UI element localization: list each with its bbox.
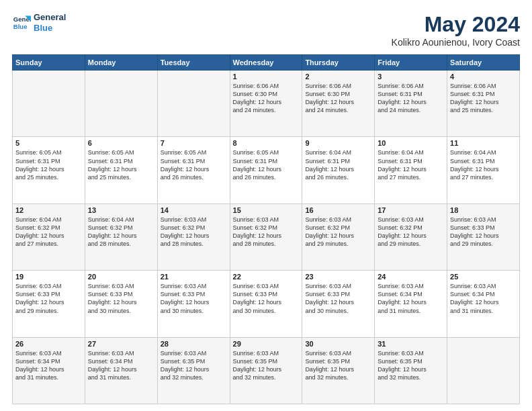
- cell-info: Sunrise: 6:03 AM Sunset: 6:33 PM Dayligh…: [161, 282, 227, 315]
- day-number: 10: [378, 139, 444, 147]
- calendar-cell: 15Sunrise: 6:03 AM Sunset: 6:32 PM Dayli…: [230, 203, 302, 270]
- svg-text:Blue: Blue: [13, 22, 28, 30]
- cell-info: Sunrise: 6:03 AM Sunset: 6:33 PM Dayligh…: [88, 282, 154, 315]
- cell-info: Sunrise: 6:03 AM Sunset: 6:34 PM Dayligh…: [450, 282, 517, 315]
- calendar-cell: [157, 71, 230, 137]
- day-number: 18: [450, 206, 517, 214]
- header-day-friday: Friday: [375, 55, 447, 71]
- day-number: 4: [450, 73, 517, 81]
- week-row-0: 1Sunrise: 6:06 AM Sunset: 6:30 PM Daylig…: [13, 71, 520, 137]
- cell-info: Sunrise: 6:06 AM Sunset: 6:30 PM Dayligh…: [305, 82, 371, 115]
- calendar-cell: 1Sunrise: 6:06 AM Sunset: 6:30 PM Daylig…: [230, 71, 302, 137]
- header: General Blue General Blue May 2024 Kolik…: [12, 12, 520, 48]
- cell-info: Sunrise: 6:05 AM Sunset: 6:31 PM Dayligh…: [15, 148, 82, 181]
- calendar-cell: 4Sunrise: 6:06 AM Sunset: 6:31 PM Daylig…: [447, 71, 520, 137]
- cell-info: Sunrise: 6:05 AM Sunset: 6:31 PM Dayligh…: [233, 148, 300, 181]
- calendar-cell: 31Sunrise: 6:03 AM Sunset: 6:35 PM Dayli…: [375, 337, 447, 404]
- day-number: 28: [161, 340, 227, 348]
- cell-info: Sunrise: 6:05 AM Sunset: 6:31 PM Dayligh…: [161, 148, 227, 181]
- day-number: 16: [305, 206, 371, 214]
- cell-info: Sunrise: 6:03 AM Sunset: 6:35 PM Dayligh…: [233, 349, 300, 382]
- day-number: 2: [305, 73, 371, 81]
- calendar-cell: [13, 71, 85, 137]
- cell-info: Sunrise: 6:03 AM Sunset: 6:34 PM Dayligh…: [88, 349, 154, 382]
- calendar-cell: 20Sunrise: 6:03 AM Sunset: 6:33 PM Dayli…: [85, 271, 157, 337]
- day-number: 12: [15, 206, 82, 214]
- day-number: 22: [233, 273, 300, 281]
- header-day-monday: Monday: [85, 55, 157, 71]
- calendar-cell: [447, 337, 520, 404]
- cell-info: Sunrise: 6:03 AM Sunset: 6:35 PM Dayligh…: [161, 349, 227, 382]
- cell-info: Sunrise: 6:04 AM Sunset: 6:32 PM Dayligh…: [15, 216, 82, 248]
- cell-info: Sunrise: 6:03 AM Sunset: 6:32 PM Dayligh…: [378, 216, 444, 248]
- calendar-cell: 3Sunrise: 6:06 AM Sunset: 6:31 PM Daylig…: [375, 71, 447, 137]
- title-block: May 2024 Kolikro Aounienou, Ivory Coast: [392, 12, 520, 48]
- calendar-cell: 10Sunrise: 6:04 AM Sunset: 6:31 PM Dayli…: [375, 137, 447, 203]
- logo-icon: General Blue: [12, 13, 31, 32]
- day-number: 8: [233, 139, 300, 147]
- calendar-cell: [85, 71, 157, 137]
- calendar-cell: 23Sunrise: 6:03 AM Sunset: 6:33 PM Dayli…: [302, 271, 375, 337]
- header-day-sunday: Sunday: [13, 55, 85, 71]
- day-number: 9: [305, 139, 371, 147]
- logo-text-general: General: [34, 12, 66, 23]
- calendar-cell: 14Sunrise: 6:03 AM Sunset: 6:32 PM Dayli…: [157, 203, 230, 270]
- cell-info: Sunrise: 6:06 AM Sunset: 6:31 PM Dayligh…: [450, 82, 517, 115]
- calendar-cell: 11Sunrise: 6:04 AM Sunset: 6:31 PM Dayli…: [447, 137, 520, 203]
- day-number: 27: [88, 340, 154, 348]
- calendar-cell: 9Sunrise: 6:04 AM Sunset: 6:31 PM Daylig…: [302, 137, 375, 203]
- calendar-cell: 22Sunrise: 6:03 AM Sunset: 6:33 PM Dayli…: [230, 271, 302, 337]
- day-number: 25: [450, 273, 517, 281]
- cell-info: Sunrise: 6:03 AM Sunset: 6:35 PM Dayligh…: [305, 349, 371, 382]
- day-number: 30: [305, 340, 371, 348]
- logo: General Blue General Blue: [12, 12, 66, 33]
- subtitle: Kolikro Aounienou, Ivory Coast: [392, 37, 520, 48]
- calendar-table: SundayMondayTuesdayWednesdayThursdayFrid…: [12, 54, 520, 404]
- cell-info: Sunrise: 6:03 AM Sunset: 6:35 PM Dayligh…: [378, 349, 444, 382]
- day-number: 19: [15, 273, 82, 281]
- calendar-cell: 13Sunrise: 6:04 AM Sunset: 6:32 PM Dayli…: [85, 203, 157, 270]
- cell-info: Sunrise: 6:03 AM Sunset: 6:34 PM Dayligh…: [378, 282, 444, 315]
- day-number: 26: [15, 340, 82, 348]
- cell-info: Sunrise: 6:03 AM Sunset: 6:32 PM Dayligh…: [305, 216, 371, 248]
- cell-info: Sunrise: 6:05 AM Sunset: 6:31 PM Dayligh…: [88, 148, 154, 181]
- calendar-cell: 21Sunrise: 6:03 AM Sunset: 6:33 PM Dayli…: [157, 271, 230, 337]
- calendar-cell: 18Sunrise: 6:03 AM Sunset: 6:33 PM Dayli…: [447, 203, 520, 270]
- cell-info: Sunrise: 6:04 AM Sunset: 6:31 PM Dayligh…: [305, 148, 371, 181]
- calendar-cell: 29Sunrise: 6:03 AM Sunset: 6:35 PM Dayli…: [230, 337, 302, 404]
- day-number: 20: [88, 273, 154, 281]
- day-number: 29: [233, 340, 300, 348]
- cell-info: Sunrise: 6:03 AM Sunset: 6:32 PM Dayligh…: [233, 216, 300, 248]
- cell-info: Sunrise: 6:06 AM Sunset: 6:30 PM Dayligh…: [233, 82, 300, 115]
- cell-info: Sunrise: 6:04 AM Sunset: 6:31 PM Dayligh…: [378, 148, 444, 181]
- day-number: 13: [88, 206, 154, 214]
- day-number: 1: [233, 73, 300, 81]
- cell-info: Sunrise: 6:03 AM Sunset: 6:34 PM Dayligh…: [15, 349, 82, 382]
- day-number: 6: [88, 139, 154, 147]
- cell-info: Sunrise: 6:06 AM Sunset: 6:31 PM Dayligh…: [378, 82, 444, 115]
- cell-info: Sunrise: 6:03 AM Sunset: 6:33 PM Dayligh…: [450, 216, 517, 248]
- day-number: 7: [161, 139, 227, 147]
- main-title: May 2024: [392, 12, 520, 37]
- calendar-cell: 16Sunrise: 6:03 AM Sunset: 6:32 PM Dayli…: [302, 203, 375, 270]
- week-row-3: 19Sunrise: 6:03 AM Sunset: 6:33 PM Dayli…: [13, 271, 520, 337]
- calendar-cell: 2Sunrise: 6:06 AM Sunset: 6:30 PM Daylig…: [302, 71, 375, 137]
- header-day-wednesday: Wednesday: [230, 55, 302, 71]
- calendar-cell: 26Sunrise: 6:03 AM Sunset: 6:34 PM Dayli…: [13, 337, 85, 404]
- day-number: 14: [161, 206, 227, 214]
- cell-info: Sunrise: 6:04 AM Sunset: 6:32 PM Dayligh…: [88, 216, 154, 248]
- day-number: 15: [233, 206, 300, 214]
- cell-info: Sunrise: 6:03 AM Sunset: 6:33 PM Dayligh…: [15, 282, 82, 315]
- header-day-tuesday: Tuesday: [157, 55, 230, 71]
- calendar-cell: 19Sunrise: 6:03 AM Sunset: 6:33 PM Dayli…: [13, 271, 85, 337]
- page: General Blue General Blue May 2024 Kolik…: [0, 0, 532, 411]
- day-number: 31: [378, 340, 444, 348]
- header-day-saturday: Saturday: [447, 55, 520, 71]
- calendar-cell: 7Sunrise: 6:05 AM Sunset: 6:31 PM Daylig…: [157, 137, 230, 203]
- week-row-2: 12Sunrise: 6:04 AM Sunset: 6:32 PM Dayli…: [13, 203, 520, 270]
- calendar-cell: 24Sunrise: 6:03 AM Sunset: 6:34 PM Dayli…: [375, 271, 447, 337]
- calendar-cell: 12Sunrise: 6:04 AM Sunset: 6:32 PM Dayli…: [13, 203, 85, 270]
- calendar-cell: 25Sunrise: 6:03 AM Sunset: 6:34 PM Dayli…: [447, 271, 520, 337]
- day-number: 3: [378, 73, 444, 81]
- calendar-cell: 28Sunrise: 6:03 AM Sunset: 6:35 PM Dayli…: [157, 337, 230, 404]
